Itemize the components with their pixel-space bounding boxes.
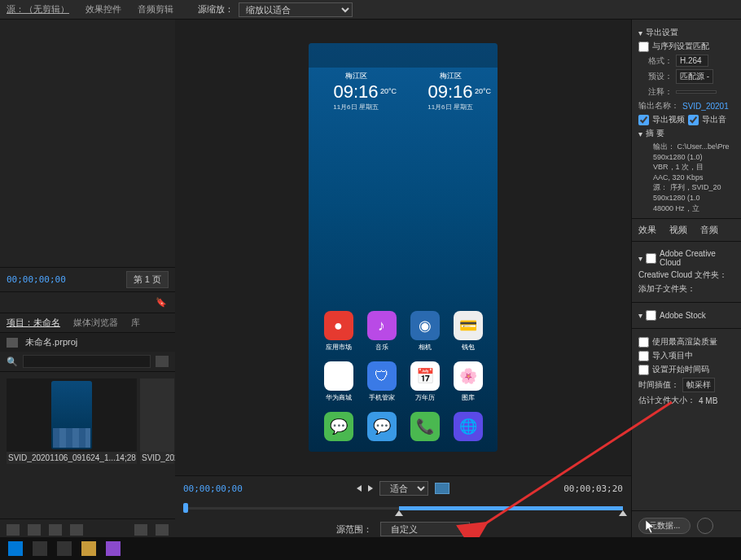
tc-left[interactable]: 00;00;00;00 xyxy=(183,483,243,494)
source-timecode: 00;00;00;00 xyxy=(7,274,66,285)
chevron-down-icon[interactable]: ▾ xyxy=(638,28,642,37)
stock-checkbox[interactable] xyxy=(646,310,656,321)
source-scale: 源缩放： 缩放以适合 xyxy=(198,2,353,17)
app-label: 相机 xyxy=(419,343,432,352)
lock-loc-2: 梅江区 xyxy=(440,71,462,81)
app-icon: 🛡 xyxy=(367,361,397,391)
app-item: 📅万年历 xyxy=(410,361,440,402)
match-seq-checkbox[interactable] xyxy=(638,42,649,52)
export-audio-label: 导出音 xyxy=(702,114,726,125)
pager-button[interactable]: 第 1 页 xyxy=(126,271,169,288)
app-label: 应用市场 xyxy=(326,343,352,352)
explorer-icon[interactable] xyxy=(81,541,96,556)
start-icon[interactable] xyxy=(8,541,23,556)
app-item: ♪音乐 xyxy=(367,311,397,352)
format-label: 格式： xyxy=(638,55,673,67)
app-icon: ◉ xyxy=(410,311,440,340)
tab-fx[interactable]: 效果 xyxy=(638,224,656,236)
export-video-label: 导出视频 xyxy=(652,114,685,125)
lock-loc-1: 梅江区 xyxy=(345,71,367,81)
time-interp-select[interactable]: 帧采样 xyxy=(682,378,715,392)
premiere-icon[interactable] xyxy=(106,541,121,556)
tab-effects[interactable]: 效果控件 xyxy=(86,3,121,15)
app-label: 钱包 xyxy=(462,343,475,352)
clip-item-1[interactable]: SVID_20201106_091624_1... 14;28 xyxy=(7,378,137,464)
trash-icon[interactable] xyxy=(156,524,169,536)
export-audio-checkbox[interactable] xyxy=(688,115,699,125)
app-item: ◉相机 xyxy=(410,311,440,352)
app-icon: ● xyxy=(324,311,353,340)
outname-link[interactable]: SVID_20201 xyxy=(682,102,729,111)
search-icon: 🔍 xyxy=(7,357,18,367)
step-back-icon[interactable] xyxy=(357,485,362,492)
trim-range[interactable] xyxy=(399,506,623,510)
tab-audio-clip[interactable]: 音频剪辑 xyxy=(138,3,173,15)
clip1-dur: 14;28 xyxy=(116,453,136,462)
clip-item-2[interactable]: SVID_2020 xyxy=(140,378,174,464)
tab-audio[interactable]: 音频 xyxy=(700,224,718,236)
summary-label: 摘 要 xyxy=(646,128,664,139)
tab-source[interactable]: 源：（无剪辑） xyxy=(7,3,69,15)
preset-select[interactable]: 匹配源 - xyxy=(676,69,713,84)
lock-time-2: 09:16 xyxy=(428,81,472,103)
new-bin-icon[interactable] xyxy=(156,356,169,367)
app-item: 🌐 xyxy=(454,412,483,444)
lock-temp-2: 20°C xyxy=(475,87,491,95)
comment-input[interactable] xyxy=(676,90,717,94)
marker-icon[interactable]: 🔖 xyxy=(156,297,167,308)
max-quality-checkbox[interactable] xyxy=(638,337,649,348)
out-handle[interactable] xyxy=(619,510,627,516)
project-panel: 项目：未命名 媒体浏览器 库 未命名.prproj 🔍 SVID_2020110… xyxy=(0,313,175,540)
timeline-bar[interactable] xyxy=(183,501,623,517)
tab-media-browser[interactable]: 媒体浏览器 xyxy=(73,317,118,329)
lock-date-1: 11月6日 星期五 xyxy=(333,103,379,112)
chevron-down-icon[interactable]: ▾ xyxy=(638,254,642,263)
project-file-name: 未命名.prproj xyxy=(25,337,77,347)
windows-taskbar xyxy=(0,537,741,560)
in-handle[interactable] xyxy=(395,510,403,516)
lock-date-2: 11月6日 星期五 xyxy=(428,103,473,112)
stock-label: Adobe Stock xyxy=(660,311,706,320)
freeform-icon[interactable] xyxy=(49,524,62,536)
queue-button[interactable] xyxy=(697,518,713,534)
import-proj-checkbox[interactable] xyxy=(638,351,649,361)
new-item-icon[interactable] xyxy=(134,524,147,536)
tab-project[interactable]: 项目：未命名 xyxy=(7,317,60,329)
taskview-icon[interactable] xyxy=(57,541,72,556)
app-icon: 🌐 xyxy=(454,412,483,441)
playhead-icon[interactable] xyxy=(183,503,188,513)
search-taskbar-icon[interactable] xyxy=(33,541,47,556)
tab-library[interactable]: 库 xyxy=(131,317,140,329)
export-video-checkbox[interactable] xyxy=(638,115,649,125)
export-settings-panel: ▾导出设置 与序列设置匹配 格式：H.264 预设：匹配源 - 注释： 输出名称… xyxy=(631,20,741,540)
chevron-down-icon[interactable]: ▾ xyxy=(638,311,642,320)
preview-monitor: 梅江区 09:16 11月6日 星期五 20°C 梅江区 09:16 11月6日… xyxy=(175,20,631,475)
tab-video[interactable]: 视频 xyxy=(669,224,687,236)
project-search-input[interactable] xyxy=(23,355,151,368)
icon-view-icon[interactable] xyxy=(28,524,41,536)
match-seq-label: 与序列设置匹配 xyxy=(652,41,709,52)
export-frame-icon[interactable] xyxy=(435,483,449,494)
app-icon: 📅 xyxy=(410,361,440,391)
src-scale-select[interactable]: 缩放以适合 xyxy=(239,2,353,17)
import-proj-label: 导入项目中 xyxy=(652,350,693,361)
format-select[interactable]: H.264 xyxy=(676,55,708,67)
list-view-icon[interactable] xyxy=(7,524,20,536)
sort-icon[interactable] xyxy=(70,524,83,536)
acc-label: Adobe Creative Cloud xyxy=(660,249,734,267)
app-item: ●应用市场 xyxy=(324,311,353,352)
acc-checkbox[interactable] xyxy=(646,253,656,264)
chevron-down-icon[interactable]: ▾ xyxy=(638,129,642,138)
src-range-select[interactable]: 自定义 xyxy=(380,522,470,536)
acc-folder-label: Creative Cloud 文件夹： xyxy=(638,269,727,281)
app-item: 📞 xyxy=(410,412,440,444)
app-item: 🛡手机管家 xyxy=(367,361,397,402)
fit-select[interactable]: 适合 xyxy=(379,481,428,496)
start-tc-checkbox[interactable] xyxy=(638,365,649,375)
app-icon: 💬 xyxy=(367,412,397,441)
app-label: 音乐 xyxy=(375,343,388,352)
step-fwd-icon[interactable] xyxy=(368,485,373,492)
tabs-bar: 源：（无剪辑） 效果控件 音频剪辑 源缩放： 缩放以适合 xyxy=(0,0,741,20)
start-tc-label: 设置开始时间码 xyxy=(652,364,709,375)
src-scale-label: 源缩放： xyxy=(198,3,234,15)
